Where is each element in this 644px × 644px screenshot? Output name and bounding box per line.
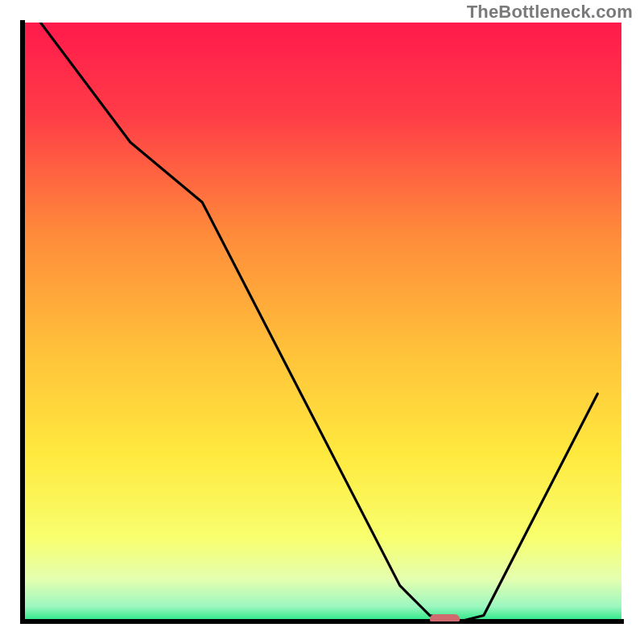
chart-container: TheBottleneck.com	[0, 0, 644, 644]
gradient-background	[23, 23, 621, 621]
watermark-text: TheBottleneck.com	[467, 2, 633, 23]
bottleneck-curve-chart	[0, 0, 644, 644]
